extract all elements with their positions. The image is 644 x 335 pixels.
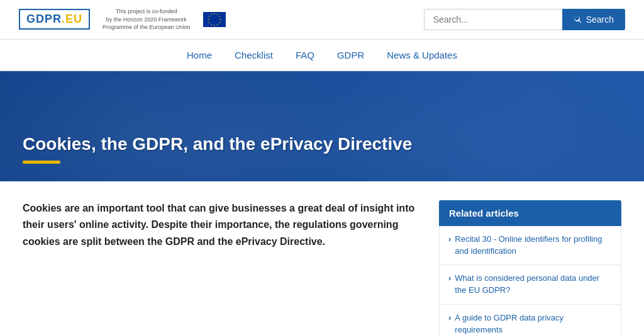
hero-overlay — [0, 71, 644, 181]
related-articles-list: › Recital 30 - Online identifiers for pr… — [439, 226, 621, 335]
related-item-0[interactable]: › Recital 30 - Online identifiers for pr… — [440, 226, 621, 266]
search-area: Search — [424, 9, 625, 30]
related-link-0[interactable]: Recital 30 - Online identifiers for prof… — [455, 234, 612, 258]
related-sidebar: Related articles › Recital 30 - Online i… — [439, 200, 621, 335]
header-left: GDPR.EU This project is co-funded by the… — [19, 8, 226, 31]
svg-rect-0 — [203, 12, 226, 27]
logo-eu-text: .EU — [62, 13, 82, 25]
related-link-1[interactable]: What is considered personal data under t… — [455, 273, 612, 297]
nav-faq[interactable]: FAQ — [296, 50, 314, 60]
cofunded-text: This project is co-funded by the Horizon… — [103, 8, 191, 31]
hero-accent-bar — [23, 161, 60, 164]
main-nav: Home Checklist FAQ GDPR News & Updates — [0, 40, 644, 71]
related-item-2[interactable]: › A guide to GDPR data privacy requireme… — [440, 305, 621, 335]
logo-gdpr-text: GDPR — [26, 13, 62, 25]
eu-flag-icon — [203, 12, 226, 27]
hero-title: Cookies, the GDPR, and the ePrivacy Dire… — [23, 134, 412, 154]
search-button-label: Search — [586, 14, 614, 25]
site-logo[interactable]: GDPR.EU — [19, 9, 90, 30]
chevron-icon-0: › — [448, 234, 451, 244]
related-articles-header: Related articles — [439, 200, 621, 226]
main-content: Cookies are an important tool that can g… — [0, 181, 644, 335]
search-input[interactable] — [424, 9, 562, 30]
nav-checklist[interactable]: Checklist — [235, 50, 273, 60]
chevron-icon-2: › — [448, 313, 451, 322]
hero-content: Cookies, the GDPR, and the ePrivacy Dire… — [23, 134, 412, 164]
hero-banner: Cookies, the GDPR, and the ePrivacy Dire… — [0, 71, 644, 181]
nav-gdpr[interactable]: GDPR — [337, 50, 364, 60]
search-button[interactable]: Search — [562, 9, 625, 30]
related-link-2[interactable]: A guide to GDPR data privacy requirement… — [455, 312, 612, 335]
nav-home[interactable]: Home — [187, 50, 212, 60]
article-body: Cookies are an important tool that can g… — [23, 200, 420, 250]
related-item-1[interactable]: › What is considered personal data under… — [440, 265, 621, 305]
nav-news-updates[interactable]: News & Updates — [387, 50, 457, 60]
article-intro: Cookies are an important tool that can g… — [23, 200, 420, 250]
search-icon — [574, 15, 582, 24]
site-header: GDPR.EU This project is co-funded by the… — [0, 0, 644, 40]
chevron-icon-1: › — [448, 273, 451, 283]
